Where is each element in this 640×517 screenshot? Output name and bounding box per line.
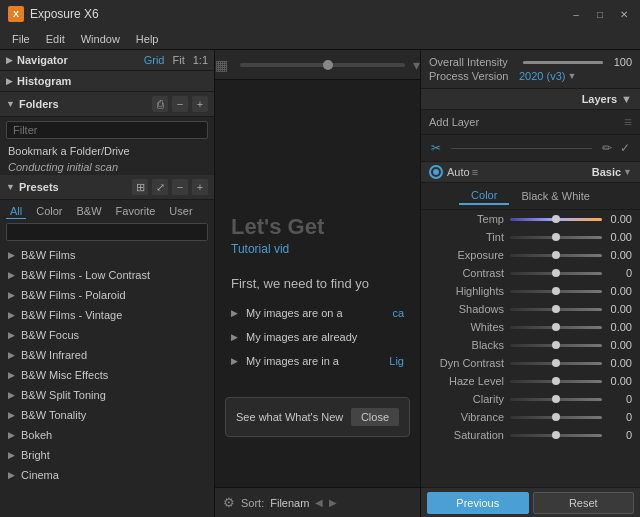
slider-dyncontrast: Dyn Contrast 0.00: [421, 354, 640, 372]
slider-tint-track[interactable]: [510, 236, 602, 239]
auto-eq-icon[interactable]: ≡: [472, 166, 478, 178]
welcome-title: First, we need to find yo: [231, 276, 369, 291]
preset-item-bwinfrared[interactable]: ▶B&W Infrared: [0, 345, 214, 365]
auto-circle: [429, 165, 443, 179]
sort-label: Sort:: [241, 497, 264, 509]
presets-expand-icon[interactable]: ⤢: [152, 179, 168, 195]
nav-link-1x1[interactable]: 1:1: [193, 54, 208, 66]
slider-clarity-track[interactable]: [510, 398, 602, 401]
center-content: Let's Get Tutorial vid First, we need to…: [215, 80, 420, 487]
menu-file[interactable]: File: [4, 31, 38, 47]
settings-icon[interactable]: ⚙: [223, 495, 235, 510]
process-value[interactable]: 2020 (v3): [519, 70, 565, 82]
presets-plus[interactable]: +: [192, 179, 208, 195]
add-layer-button[interactable]: Add Layer: [429, 116, 479, 128]
folders-header[interactable]: ▼ Folders ⎙ − +: [0, 92, 214, 117]
slider-vibrance-track[interactable]: [510, 416, 602, 419]
nav-link-grid[interactable]: Grid: [144, 54, 165, 66]
histogram-header[interactable]: ▶ Histogram: [0, 71, 214, 92]
folders-action1[interactable]: ⎙: [152, 96, 168, 112]
slider-whites-track[interactable]: [510, 326, 602, 329]
brush-tool[interactable]: ✏: [600, 139, 614, 157]
slider-temp: Temp 0.00: [421, 210, 640, 228]
folder-filter-input[interactable]: [6, 121, 208, 139]
sort-next-icon[interactable]: ▶: [329, 497, 337, 508]
welcome-option-1: ▶ My images are already: [231, 325, 404, 349]
welcome-option-2: ▶ My images are in a Lig: [231, 349, 404, 373]
layer-menu-dots[interactable]: ≡: [624, 114, 632, 130]
auto-label: Auto: [447, 166, 470, 178]
minimize-button[interactable]: –: [568, 6, 584, 22]
preset-search-input[interactable]: [6, 223, 208, 241]
intensity-section: Overall Intensity 100 Process Version 20…: [421, 50, 640, 89]
slider-saturation-track[interactable]: [510, 434, 602, 437]
navigator-header[interactable]: ▶ Navigator Grid Fit 1:1: [0, 50, 214, 71]
process-dropdown-icon[interactable]: ▼: [567, 71, 576, 81]
color-button[interactable]: Color: [459, 187, 509, 205]
welcome-box-text: See what What's New: [236, 411, 343, 423]
layers-menu-icon[interactable]: ▼: [621, 93, 632, 105]
folders-action2[interactable]: −: [172, 96, 188, 112]
preset-tab-user[interactable]: User: [165, 204, 196, 219]
sort-prev-icon[interactable]: ◀: [315, 497, 323, 508]
slider-temp-track[interactable]: [510, 218, 602, 221]
presets-grid-icon[interactable]: ⊞: [132, 179, 148, 195]
menu-window[interactable]: Window: [73, 31, 128, 47]
maximize-button[interactable]: □: [592, 6, 608, 22]
presets-header[interactable]: ▼ Presets ⊞ ⤢ − +: [0, 175, 214, 200]
slider-blacks-label: Blacks: [429, 339, 504, 351]
preset-item-bwtonality[interactable]: ▶B&W Tonality: [0, 405, 214, 425]
preset-item-cinema[interactable]: ▶Cinema: [0, 465, 214, 485]
preset-tab-color[interactable]: Color: [32, 204, 66, 219]
slider-blacks-track[interactable]: [510, 344, 602, 347]
filmstrip-slider[interactable]: [240, 63, 405, 67]
slider-shadows-track[interactable]: [510, 308, 602, 311]
layer-separator: [451, 148, 592, 149]
option0-link[interactable]: ca: [392, 307, 404, 319]
bw-button[interactable]: Black & White: [509, 188, 601, 204]
slider-exposure-track[interactable]: [510, 254, 602, 257]
close-button[interactable]: ✕: [616, 6, 632, 22]
histogram-title: Histogram: [17, 75, 208, 87]
previous-button[interactable]: Previous: [427, 492, 529, 514]
menu-edit[interactable]: Edit: [38, 31, 73, 47]
folders-section: ▼ Folders ⎙ − + Bookmark a Folder/Drive …: [0, 92, 214, 175]
titlebar-title: Exposure X6: [30, 7, 568, 21]
reset-button[interactable]: Reset: [533, 492, 635, 514]
nav-link-fit[interactable]: Fit: [172, 54, 184, 66]
slider-shadows-value: 0.00: [602, 303, 632, 315]
preset-item-bwfilms[interactable]: ▶B&W Films: [0, 245, 214, 265]
slider-blacks: Blacks 0.00: [421, 336, 640, 354]
tutorial-link[interactable]: Tutorial vid: [231, 242, 289, 256]
intensity-slider[interactable]: [523, 61, 603, 64]
slider-hazelevel-track[interactable]: [510, 380, 602, 383]
preset-item-bwsplit[interactable]: ▶B&W Split Toning: [0, 385, 214, 405]
eraser-tool[interactable]: ✓: [618, 139, 632, 157]
preset-tab-bw[interactable]: B&W: [73, 204, 106, 219]
preset-item-bwfilms-lowcontrast[interactable]: ▶B&W Films - Low Contrast: [0, 265, 214, 285]
slider-highlights-track[interactable]: [510, 290, 602, 293]
auto-button[interactable]: Auto: [429, 165, 470, 179]
menu-help[interactable]: Help: [128, 31, 167, 47]
basic-dropdown-icon[interactable]: ▼: [623, 167, 632, 177]
preset-tab-favorite[interactable]: Favorite: [112, 204, 160, 219]
preset-item-bwfilms-polaroid[interactable]: ▶B&W Films - Polaroid: [0, 285, 214, 305]
option2-link[interactable]: Lig: [389, 355, 404, 367]
preset-item-bokeh[interactable]: ▶Bokeh: [0, 425, 214, 445]
slider-saturation-label: Saturation: [429, 429, 504, 441]
folders-action3[interactable]: +: [192, 96, 208, 112]
add-layer-row: Add Layer ≡: [421, 110, 640, 135]
slider-contrast-track[interactable]: [510, 272, 602, 275]
slider-contrast: Contrast 0: [421, 264, 640, 282]
preset-item-bright[interactable]: ▶Bright: [0, 445, 214, 465]
preset-tab-all[interactable]: All: [6, 204, 26, 219]
welcome-close-button[interactable]: Close: [351, 408, 399, 426]
welcome-box: See what What's New Close: [225, 397, 410, 437]
slider-dyncontrast-track[interactable]: [510, 362, 602, 365]
presets-minus[interactable]: −: [172, 179, 188, 195]
preset-item-bwfilms-vintage[interactable]: ▶B&W Films - Vintage: [0, 305, 214, 325]
slider-tint-label: Tint: [429, 231, 504, 243]
preset-item-bwmisc[interactable]: ▶B&W Misc Effects: [0, 365, 214, 385]
preset-item-bwfocus[interactable]: ▶B&W Focus: [0, 325, 214, 345]
crop-tool[interactable]: ✂: [429, 139, 443, 157]
